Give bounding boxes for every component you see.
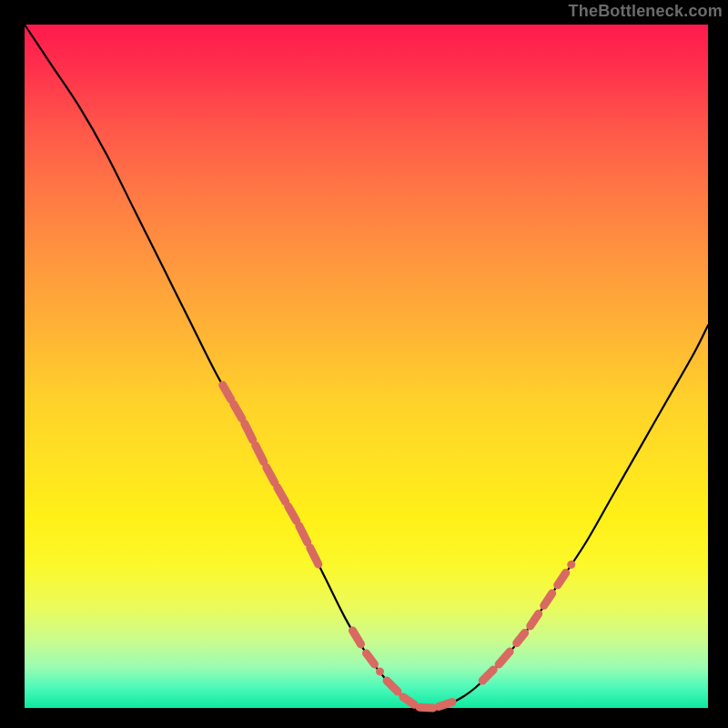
curve-highlight-dash <box>387 681 398 692</box>
curve-highlight-dash <box>499 652 510 664</box>
curve-highlight-dash <box>531 613 539 625</box>
curve-highlight-dash <box>310 548 318 564</box>
curve-highlight-dash <box>420 707 433 708</box>
bottleneck-curve <box>25 25 708 709</box>
curve-highlight-dash <box>517 632 525 642</box>
watermark-text: TheBottleneck.com <box>569 2 723 21</box>
curve-highlight-dash <box>366 653 374 664</box>
curve-highlight-dash <box>403 697 414 704</box>
curve-highlight-group <box>223 385 571 708</box>
chart-curve-layer <box>0 0 728 728</box>
curve-highlight-dash <box>299 526 308 542</box>
curve-highlight-dash <box>482 670 493 681</box>
curve-highlight-dash <box>256 446 264 462</box>
curve-highlight-dash <box>544 593 552 606</box>
curve-highlight-dash <box>439 703 452 707</box>
curve-highlight-dash <box>558 572 566 585</box>
curve-highlight-dash <box>352 631 360 644</box>
curve-highlight-dash <box>267 468 275 483</box>
chart-frame: TheBottleneck.com <box>0 0 728 728</box>
curve-highlight-dash <box>234 404 242 419</box>
curve-highlight-dash <box>278 488 286 502</box>
curve-highlight-dash <box>288 507 297 521</box>
curve-highlight-dash <box>245 424 253 440</box>
curve-highlight-dash <box>223 385 231 399</box>
